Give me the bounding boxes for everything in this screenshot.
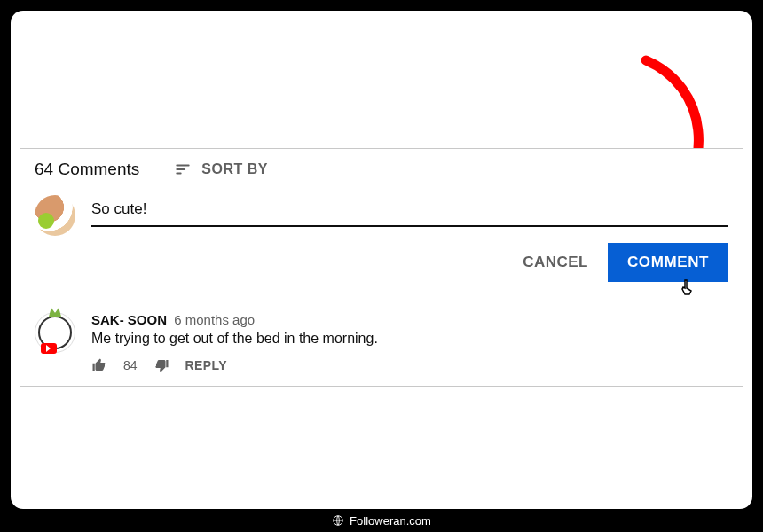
reply-button[interactable]: REPLY	[185, 358, 227, 372]
sort-by-label: SORT BY	[201, 161, 268, 177]
avatar[interactable]	[35, 195, 75, 236]
comment-button[interactable]: COMMENT	[608, 243, 728, 282]
compose-body: CANCEL COMMENT	[91, 195, 728, 282]
sort-icon	[173, 161, 193, 177]
like-count: 84	[123, 358, 138, 372]
comment-timestamp: 6 months ago	[174, 312, 255, 327]
comment-body: SAK- SOON 6 months ago Me trying to get …	[91, 312, 728, 373]
comment-input[interactable]	[91, 195, 728, 227]
thumb-down-icon[interactable]	[153, 357, 169, 373]
cursor-pointer-icon	[677, 278, 698, 300]
compose-actions: CANCEL COMMENT	[91, 243, 728, 282]
comment-text: Me trying to get out of the bed in the m…	[91, 331, 728, 347]
footer-site: Followeran.com	[350, 514, 431, 528]
thumb-up-icon[interactable]	[91, 357, 107, 373]
comment-actions: 84 REPLY	[91, 357, 728, 373]
comment-header: SAK- SOON 6 months ago	[91, 312, 728, 327]
app-frame: 64 Comments SORT BY CANCEL COMMENT	[11, 11, 752, 509]
comments-header: 64 Comments SORT BY	[35, 160, 728, 179]
comment-author[interactable]: SAK- SOON	[91, 312, 167, 327]
globe-icon	[332, 514, 344, 527]
comment-item: SAK- SOON 6 months ago Me trying to get …	[35, 312, 728, 373]
cancel-button[interactable]: CANCEL	[523, 254, 588, 271]
avatar[interactable]	[35, 312, 75, 353]
comments-count: 64 Comments	[35, 160, 139, 179]
compose-row: CANCEL COMMENT	[35, 195, 728, 282]
comments-panel: 64 Comments SORT BY CANCEL COMMENT	[20, 148, 743, 387]
sort-by-button[interactable]: SORT BY	[173, 161, 268, 177]
footer-watermark: Followeran.com	[0, 509, 763, 532]
